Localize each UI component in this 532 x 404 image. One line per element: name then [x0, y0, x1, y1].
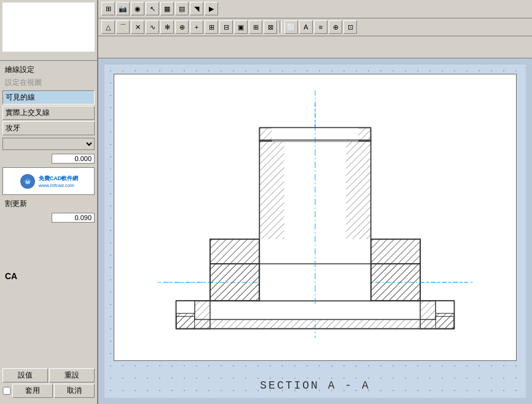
- bottom-row-2: 套用 取消: [2, 384, 95, 398]
- toolbar-area: ⊞ 📷 ◉ ↖ ▦ ▤ ◥ ▶ △ ⌒ ✕ ∿ ✻ ⊕ + ⊞ ⊟ ▣ ⊞ ⊠ …: [98, 0, 532, 58]
- intersect-lines-btn[interactable]: 實際上交叉線: [2, 106, 95, 120]
- logo-icon: M: [19, 173, 36, 190]
- bottom-row-1: 設值 重設: [2, 368, 95, 382]
- toolbar-btn-sq[interactable]: ⊡: [343, 20, 357, 34]
- toolbar-btn-lines[interactable]: ≡: [314, 20, 327, 34]
- toolbar-btn-box4[interactable]: ⊞: [249, 20, 262, 34]
- toolbar-btn-wave[interactable]: ∿: [146, 20, 159, 34]
- toolbar-btn-cross3[interactable]: +: [190, 20, 203, 34]
- left-panel-content: 繪線設定 設定在視圖 可見的線 實際上交叉線 攻牙 M 免費CAD軟件網 www…: [0, 61, 97, 228]
- ca-text: CA: [5, 271, 17, 281]
- svg-marker-27: [210, 239, 259, 264]
- toolbar-btn-grid[interactable]: ⊞: [101, 2, 115, 15]
- toolbar-btn-circ[interactable]: ⊕: [329, 20, 342, 34]
- set-value-btn[interactable]: 設值: [2, 368, 48, 382]
- logo-text1: 免費CAD軟件網: [39, 175, 79, 183]
- logo-url: www.mfcad.com: [39, 183, 79, 188]
- apply-checkbox[interactable]: [2, 387, 11, 395]
- section-title-label: 繪線設定: [2, 63, 95, 76]
- svg-rect-8: [176, 301, 195, 313]
- technical-drawing-svg: [114, 74, 516, 360]
- toolbar-row-2: △ ⌒ ✕ ∿ ✻ ⊕ + ⊞ ⊟ ▣ ⊞ ⊠ ⬜ A ≡ ⊕ ⊡: [98, 18, 532, 37]
- toolbar-btn-point[interactable]: ▶: [205, 2, 218, 15]
- drawing-canvas: SECTION A - A: [104, 65, 526, 398]
- toolbar-btn-box3[interactable]: ▣: [234, 20, 248, 34]
- svg-marker-29: [210, 264, 259, 301]
- toolbar-btn-A[interactable]: A: [299, 20, 313, 34]
- panel-white-area: [2, 2, 95, 52]
- value2-input[interactable]: [52, 213, 95, 223]
- toolbar-btn-cursor[interactable]: ↖: [146, 2, 159, 15]
- svg-rect-49: [436, 316, 454, 328]
- set-in-view-label: 設定在視圖: [2, 76, 95, 89]
- svg-text:M: M: [25, 180, 29, 185]
- toolbar-btn-camera[interactable]: 📷: [116, 2, 130, 15]
- left-panel: 繪線設定 設定在視圖 可見的線 實際上交叉線 攻牙 M 免費CAD軟件網 www…: [0, 0, 98, 404]
- toolbar-btn-rect[interactable]: ▦: [160, 2, 174, 15]
- main-area: SECTION A - A: [98, 58, 532, 404]
- svg-marker-28: [371, 239, 420, 264]
- cancel-btn[interactable]: 取消: [54, 384, 95, 398]
- apply-btn[interactable]: 套用: [12, 384, 53, 398]
- section-label: SECTION A - A: [104, 379, 526, 392]
- svg-rect-10: [436, 301, 454, 313]
- toolbar-btn-view[interactable]: ⬜: [284, 20, 298, 34]
- value-label: 割更新: [2, 197, 95, 210]
- toolbar-btn-hatch[interactable]: ▤: [175, 2, 189, 15]
- toolbar-row-1: ⊞ 📷 ◉ ↖ ▦ ▤ ◥ ▶: [98, 0, 532, 18]
- toolbar-btn-box5[interactable]: ⊠: [264, 20, 277, 34]
- toolbar-btn-box2[interactable]: ⊟: [219, 20, 233, 34]
- toolbar-btn-box1[interactable]: ⊞: [205, 20, 218, 34]
- toolbar-btn-arrow[interactable]: ◥: [190, 2, 203, 15]
- tap-btn[interactable]: 攻牙: [2, 121, 95, 135]
- toolbar-btn-cross1[interactable]: ✕: [131, 20, 144, 34]
- value1-input[interactable]: [52, 154, 95, 164]
- toolbar-btn-cross2[interactable]: ✻: [160, 20, 174, 34]
- logo-area: M 免費CAD軟件網 www.mfcad.com: [2, 167, 95, 195]
- svg-rect-48: [176, 316, 195, 328]
- visible-lines-btn[interactable]: 可見的線: [2, 90, 95, 105]
- svg-marker-30: [371, 264, 420, 301]
- toolbar-btn-plus[interactable]: ⊕: [175, 20, 189, 34]
- toolbar-btn-tri[interactable]: △: [101, 20, 115, 34]
- drawing-white: [114, 74, 517, 361]
- reset-btn[interactable]: 重設: [49, 368, 95, 382]
- toolbar-btn-eye[interactable]: ◉: [131, 2, 144, 15]
- dropdown-select[interactable]: [2, 138, 95, 150]
- toolbar-sep: [280, 21, 282, 33]
- toolbar-btn-arc[interactable]: ⌒: [116, 20, 130, 34]
- left-panel-top: [0, 2, 97, 61]
- toolbar-row-3: [98, 36, 532, 58]
- bottom-buttons: 設值 重設 套用 取消: [2, 367, 95, 399]
